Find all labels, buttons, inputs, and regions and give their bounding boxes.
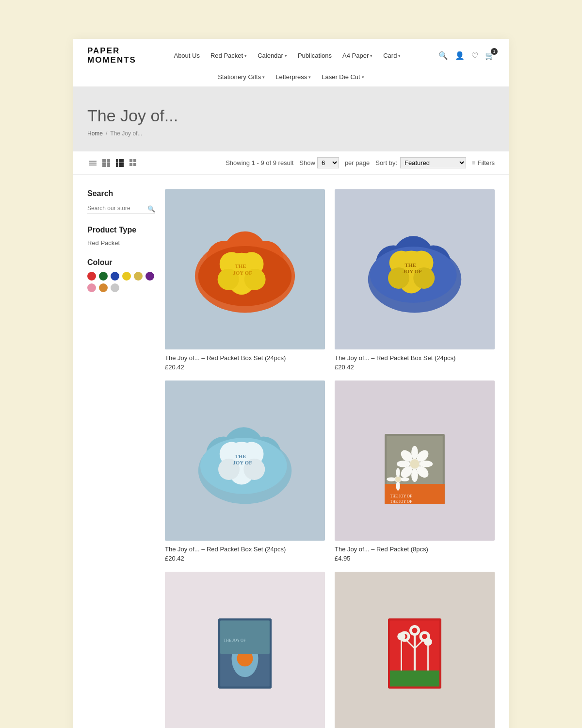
svg-rect-0 [129,159,132,162]
sort-dropdown[interactable]: Featured Price: Low to High Price: High … [400,157,466,168]
hero-banner: The Joy of... Home / The Joy of... [73,87,509,151]
search-icon[interactable]: 🔍 [438,51,448,60]
colour-title: Colour [87,258,155,267]
product-card[interactable]: THE JOY OF THE JOY OF The Joy of... – Re… [335,381,495,562]
main-content: Search 🔍 Product Type Red Packet Colour [73,175,509,728]
logo-line2: MOMENTS [87,56,136,65]
breadcrumb-separator: / [106,130,107,137]
chevron-icon: ▾ [370,53,372,58]
nav-about-us[interactable]: About Us [174,52,199,59]
sidebar: Search 🔍 Product Type Red Packet Colour [87,189,165,728]
colour-blue[interactable] [111,272,119,281]
product-card[interactable]: The Joy of... – Red Packet £4.95 [335,572,495,728]
search-box: 🔍 [87,203,155,214]
product-card[interactable]: THE JOY OF The Joy of... – Red Packet Bo… [335,189,495,371]
site-logo[interactable]: PAPER MOMENTS [87,47,136,65]
nav-a4-paper[interactable]: A4 Paper ▾ [342,52,372,59]
logo-line1: PAPER [87,47,136,56]
svg-rect-3 [133,163,136,166]
nav-red-packet[interactable]: Red Packet ▾ [210,52,247,59]
product-image: THE JOY OF THE JOY OF [335,381,495,541]
nav-publications[interactable]: Publications [298,52,332,59]
product-card[interactable]: THE JOY OF The Joy of... – Red Packet Bo… [165,189,325,371]
chevron-icon: ▾ [262,75,265,80]
colour-purple[interactable] [146,272,154,281]
nav-calendar[interactable]: Calendar ▾ [258,52,287,59]
show-select: Show 6 12 24 [299,157,339,168]
product-image: THE JOY OF [165,572,325,728]
product-type-value[interactable]: Red Packet [87,239,155,247]
svg-point-60 [400,478,409,481]
chevron-icon: ▾ [244,53,247,58]
toolbar-right: Showing 1 - 9 of 9 result Show 6 12 24 p… [226,157,495,168]
svg-text:THE JOY OF: THE JOY OF [390,494,412,498]
nav-letterpress[interactable]: Letterpress ▾ [275,73,311,81]
svg-point-58 [396,481,400,491]
nav-stationery-gifts[interactable]: Stationery Gifts ▾ [218,73,265,81]
nav-card[interactable]: Card ▾ [383,52,401,59]
wishlist-icon[interactable]: ♡ [471,51,478,60]
product-card[interactable]: THE JOY OF The Joy of... – Card £3.50 [165,572,325,728]
search-section: Search 🔍 [87,189,155,214]
search-title: Search [87,189,155,198]
colour-dark-green[interactable] [99,272,108,281]
svg-text:THE: THE [235,453,246,459]
chevron-icon: ▾ [285,53,287,58]
svg-rect-1 [133,159,136,162]
nav-top: About Us Red Packet ▾ Calendar ▾ Publica… [136,52,438,59]
breadcrumb: Home / The Joy of... [87,130,495,137]
colour-orange[interactable] [99,283,108,292]
svg-text:THE JOY OF: THE JOY OF [224,639,246,643]
product-name: The Joy of... – Red Packet Box Set (24pc… [165,354,325,362]
page-title: The Joy of... [87,106,495,125]
product-price: £20.42 [165,555,325,562]
svg-point-83 [412,628,418,633]
header-icons: 🔍 👤 ♡ 🛒 1 [438,51,495,60]
product-type-section: Product Type Red Packet [87,226,155,247]
sort-select: Sort by: Featured Price: Low to High Pri… [375,157,466,168]
showing-text: Showing 1 - 9 of 9 result [226,159,293,166]
toolbar: Showing 1 - 9 of 9 result Show 6 12 24 p… [73,151,509,175]
grid4-view-button[interactable] [128,158,139,168]
filter-icon: ≡ [472,159,476,166]
product-price: £20.42 [335,364,495,371]
svg-rect-84 [390,671,439,687]
breadcrumb-current: The Joy of... [110,130,142,137]
product-image: THE JOY OF [165,381,325,541]
colour-light-yellow[interactable] [134,272,143,281]
colour-light-gray[interactable] [111,283,119,292]
chevron-icon: ▾ [362,75,364,80]
per-page-label: per page [345,159,370,166]
account-icon[interactable]: 👤 [455,51,465,60]
product-grid: THE JOY OF The Joy of... – Red Packet Bo… [165,189,495,728]
colour-dots [87,272,155,292]
svg-text:THE JOY OF: THE JOY OF [390,499,412,504]
search-input[interactable] [87,203,155,214]
grid3-view-button[interactable] [114,158,125,168]
svg-point-88 [424,638,432,646]
search-submit-icon[interactable]: 🔍 [147,205,155,212]
product-card[interactable]: THE JOY OF The Joy of... – Red Packet Bo… [165,381,325,562]
breadcrumb-home[interactable]: Home [87,130,103,137]
svg-point-55 [410,460,419,469]
product-image [335,572,495,728]
svg-rect-71 [220,621,270,654]
cart-icon[interactable]: 🛒 1 [485,51,495,60]
svg-text:THE: THE [404,262,416,268]
cart-badge: 1 [491,48,498,55]
svg-text:JOY OF: JOY OF [403,269,422,275]
svg-rect-2 [129,163,132,166]
list-view-button[interactable] [87,158,98,168]
colour-section: Colour [87,258,155,292]
chevron-icon: ▾ [398,53,401,58]
grid2-view-button[interactable] [101,158,112,168]
show-per-page-select[interactable]: 6 12 24 [317,157,339,168]
colour-pink[interactable] [87,283,96,292]
filters-button[interactable]: ≡ Filters [472,159,495,166]
colour-yellow[interactable] [122,272,131,281]
product-name: The Joy of... – Red Packet Box Set (24pc… [335,354,495,362]
colour-red[interactable] [87,272,96,281]
nav-bottom: Stationery Gifts ▾ Letterpress ▾ Laser D… [87,69,495,86]
nav-laser-die-cut[interactable]: Laser Die Cut ▾ [322,73,364,81]
svg-point-57 [396,468,400,478]
